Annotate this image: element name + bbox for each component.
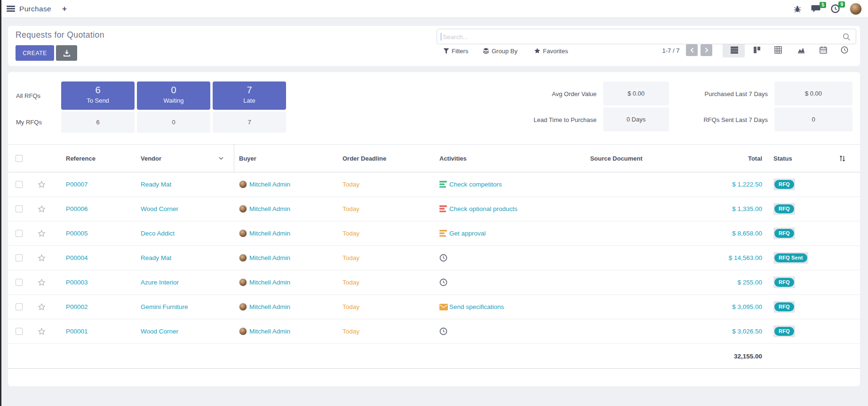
reference-link[interactable]: P00001 (66, 328, 88, 335)
reference-link[interactable]: P00003 (66, 279, 88, 286)
my-to-send-tile[interactable]: 6 (61, 112, 135, 133)
header-total[interactable]: Total (677, 155, 767, 162)
activity-view-button[interactable] (841, 46, 848, 54)
reference-link[interactable]: P00004 (66, 254, 88, 261)
reference-link[interactable]: P00006 (66, 205, 88, 212)
star-icon[interactable] (37, 278, 46, 287)
table-row[interactable]: P00003 Azure Interior Mitchell Admin Tod… (8, 270, 860, 295)
app-title[interactable]: Purchase (19, 5, 51, 13)
activity-mail-icon[interactable] (439, 303, 448, 311)
tile-to-send[interactable]: 6 To Send (61, 81, 135, 110)
row-checkbox[interactable] (16, 279, 23, 286)
new-tab-button[interactable]: + (62, 4, 67, 14)
status-badge: RFQ (773, 227, 795, 239)
header-reference[interactable]: Reference (52, 155, 136, 162)
my-waiting-tile[interactable]: 0 (137, 112, 210, 133)
buyer-link[interactable]: Mitchell Admin (249, 279, 290, 286)
apps-menu-icon[interactable] (7, 6, 15, 12)
row-checkbox[interactable] (16, 205, 23, 212)
tile-late-value: 7 (213, 85, 286, 96)
favorites-button[interactable]: Favorites (534, 46, 568, 56)
list-view-button[interactable] (731, 46, 738, 54)
optional-columns-button[interactable] (839, 155, 860, 162)
buyer-link[interactable]: Mitchell Admin (249, 205, 290, 212)
calendar-view-button[interactable] (820, 46, 827, 54)
vendor-link[interactable]: Ready Mat (141, 181, 171, 188)
star-icon[interactable] (37, 180, 46, 189)
kanban-view-button[interactable] (753, 46, 761, 54)
debug-bug-icon[interactable] (794, 5, 801, 13)
pager-previous-button[interactable] (686, 44, 698, 56)
star-icon[interactable] (37, 254, 46, 262)
star-icon[interactable] (37, 229, 46, 238)
filters-label: Filters (452, 48, 468, 55)
export-download-button[interactable] (56, 45, 77, 61)
reference-link[interactable]: P00007 (66, 181, 88, 188)
activity-label[interactable]: Get approval (449, 230, 486, 237)
user-avatar[interactable] (850, 3, 862, 15)
buyer-link[interactable]: Mitchell Admin (249, 230, 290, 237)
row-checkbox[interactable] (16, 254, 23, 261)
filters-button[interactable]: Filters (443, 46, 468, 56)
table-row[interactable]: P00007 Ready Mat Mitchell Admin Today Ch… (8, 172, 860, 197)
row-checkbox[interactable] (16, 230, 23, 237)
graph-view-button[interactable] (797, 46, 805, 54)
activity-clock-icon[interactable] (439, 254, 448, 262)
create-button[interactable]: CREATE (16, 45, 54, 61)
pivot-view-button[interactable] (774, 46, 782, 54)
reference-link[interactable]: P00005 (66, 230, 88, 237)
vendor-link[interactable]: Gemini Furniture (141, 303, 188, 310)
pager-next-button[interactable] (701, 44, 712, 56)
buyer-link[interactable]: Mitchell Admin (249, 181, 290, 188)
header-source-document[interactable]: Source Document (555, 155, 677, 162)
activity-label[interactable]: Check competitors (449, 181, 502, 188)
header-order-deadline[interactable]: Order Deadline (339, 155, 438, 162)
buyer-link[interactable]: Mitchell Admin (249, 328, 290, 335)
vendor-link[interactable]: Deco Addict (141, 230, 175, 237)
vendor-link[interactable]: Wood Corner (141, 205, 178, 212)
table-row[interactable]: P00006 Wood Corner Mitchell Admin Today … (8, 197, 860, 221)
header-activities[interactable]: Activities (438, 155, 555, 162)
search-icon[interactable] (843, 33, 851, 41)
star-icon[interactable] (37, 327, 46, 336)
activity-clock-icon[interactable] (439, 328, 448, 335)
table-row[interactable]: P00002 Gemini Furniture Mitchell Admin T… (8, 295, 860, 319)
star-icon[interactable] (37, 205, 46, 213)
table-header-row: Reference Vendor Buyer Order Deadline Ac… (8, 144, 860, 172)
tile-waiting[interactable]: 0 Waiting (137, 81, 210, 110)
vendor-link[interactable]: Ready Mat (141, 254, 171, 261)
activity-tasks-icon[interactable] (439, 181, 448, 188)
activity-tasks-icon[interactable] (439, 230, 448, 237)
table-row[interactable]: P00005 Deco Addict Mitchell Admin Today … (8, 221, 860, 246)
window-left-edge (0, 0, 1, 406)
kpi-lead-time-label: Lead Time to Purchase (508, 116, 597, 123)
activity-label[interactable]: Check optional products (449, 205, 518, 212)
search-bar[interactable] (437, 29, 856, 44)
activities-clock-icon[interactable]: 9 (831, 4, 840, 13)
tile-late[interactable]: 7 Late (213, 81, 286, 110)
activity-label[interactable]: Send specifications (449, 303, 504, 310)
row-checkbox[interactable] (16, 303, 23, 310)
activity-tasks-icon[interactable] (439, 205, 448, 213)
vendor-link[interactable]: Azure Interior (141, 279, 179, 286)
messages-icon[interactable]: 5 (811, 5, 821, 13)
row-checkbox[interactable] (16, 328, 23, 335)
buyer-link[interactable]: Mitchell Admin (249, 303, 290, 310)
select-all-checkbox[interactable] (16, 155, 23, 162)
total-amount: $ 14,563.00 (729, 254, 762, 261)
group-by-button[interactable]: Group By (483, 46, 518, 56)
header-status[interactable]: Status (767, 155, 839, 162)
star-icon[interactable] (37, 303, 46, 311)
header-buyer[interactable]: Buyer (234, 155, 339, 162)
status-badge: RFQ (773, 301, 795, 313)
row-checkbox[interactable] (16, 181, 23, 188)
table-row[interactable]: P00001 Wood Corner Mitchell Admin Today … (8, 319, 860, 344)
vendor-link[interactable]: Wood Corner (141, 328, 178, 335)
search-input[interactable] (442, 29, 834, 45)
header-vendor[interactable]: Vendor (136, 145, 234, 172)
table-row[interactable]: P00004 Ready Mat Mitchell Admin Today $ … (8, 246, 860, 270)
my-late-tile[interactable]: 7 (213, 112, 286, 133)
activity-clock-icon[interactable] (439, 279, 448, 286)
reference-link[interactable]: P00002 (66, 303, 88, 310)
buyer-link[interactable]: Mitchell Admin (249, 254, 290, 261)
